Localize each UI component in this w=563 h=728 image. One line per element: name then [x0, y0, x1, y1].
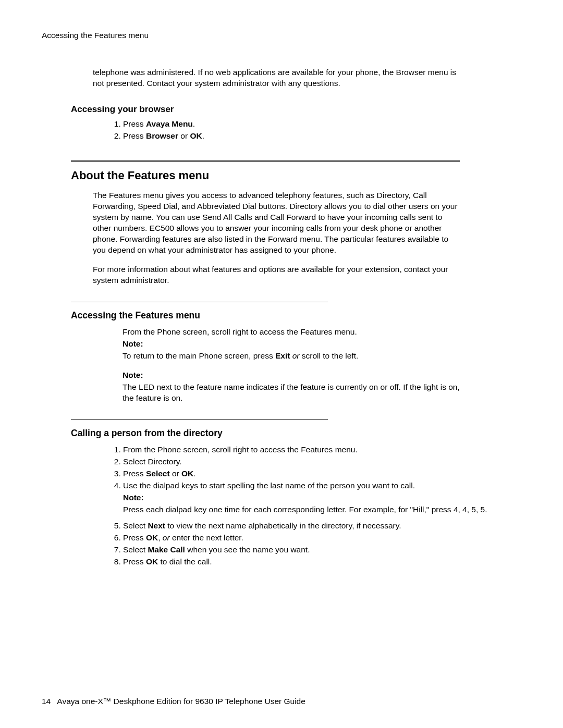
list-item: Press Select or OK.	[123, 468, 511, 479]
heading-accessing-browser: Accessing your browser	[71, 104, 521, 116]
list-item: Press OK, or enter the next letter.	[123, 533, 511, 544]
list-item: From the Phone screen, scroll right to a…	[123, 445, 511, 455]
heading-calling-directory: Calling a person from the directory	[71, 427, 521, 440]
list-item: Select Make Call when you see the name y…	[123, 545, 511, 556]
section-rule	[71, 161, 460, 162]
note-text: Press each dialpad key one time for each…	[123, 504, 511, 515]
subsection-rule	[71, 419, 328, 420]
intro-paragraph: telephone was administered. If no web ap…	[93, 67, 460, 89]
list-item: Press OK to dial the call.	[123, 557, 511, 567]
note-text: The LED next to the feature name indicat…	[123, 382, 460, 404]
page: Accessing the Features menu telephone wa…	[0, 0, 563, 728]
about-p2: For more information about what features…	[93, 264, 460, 286]
footer-text: Avaya one-X™ Deskphone Edition for 9630 …	[57, 697, 305, 706]
proc-line: From the Phone screen, scroll right to a…	[123, 327, 460, 338]
calling-steps: From the Phone screen, scroll right to a…	[109, 445, 511, 567]
list-item: Use the dialpad keys to start spelling t…	[123, 480, 511, 515]
note-label: Note:	[123, 492, 511, 503]
heading-about-features: About the Features menu	[71, 168, 521, 183]
running-header: Accessing the Features menu	[42, 30, 521, 41]
about-p1: The Features menu gives you access to ad…	[93, 190, 460, 256]
browser-steps: Press Avaya Menu. Press Browser or OK.	[109, 119, 460, 142]
subsection-rule	[71, 302, 328, 302]
note-text: To return to the main Phone screen, pres…	[123, 351, 460, 362]
list-item: Select Next to view the next name alphab…	[123, 521, 511, 532]
list-item: Press Browser or OK.	[123, 131, 460, 142]
list-item: Press Avaya Menu.	[123, 119, 460, 130]
note-label: Note:	[123, 339, 460, 350]
page-footer: 14 Avaya one-X™ Deskphone Edition for 96…	[42, 696, 305, 707]
heading-accessing-features: Accessing the Features menu	[71, 310, 521, 322]
note-label: Note:	[123, 370, 460, 381]
page-number: 14	[42, 697, 51, 706]
list-item: Select Directory.	[123, 456, 511, 467]
accessing-features-block: From the Phone screen, scroll right to a…	[123, 327, 460, 404]
